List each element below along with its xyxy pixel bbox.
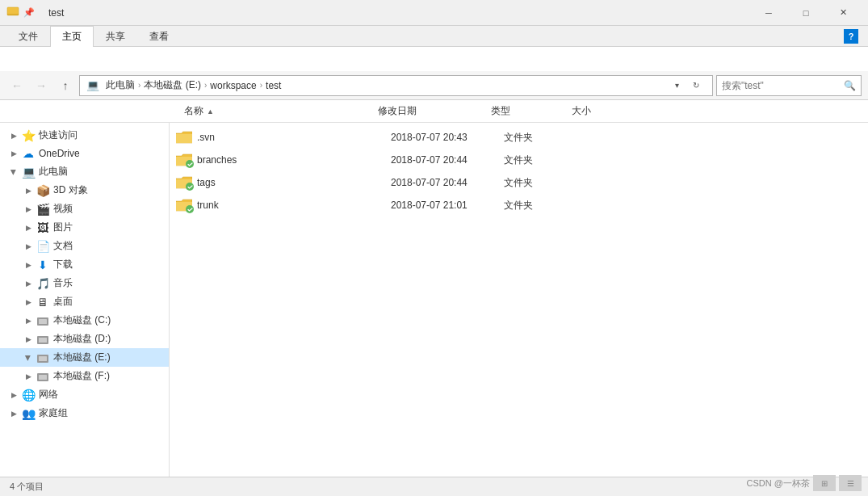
expand-network[interactable]: ▶ [6,391,21,399]
ribbon-tab-strip: 文件 主页 共享 查看 ? [0,26,868,47]
expand-quick-access[interactable]: ▶ [6,132,21,140]
title-bar-app-icons: 📌 [6,6,36,19]
expand-downloads[interactable]: ▶ [21,261,36,269]
expand-desktop[interactable]: ▶ [21,298,36,306]
sidebar-item-this-pc[interactable]: ▶ 💻 此电脑 [0,162,169,181]
watermark-text: CSDN @一杯茶 [747,477,810,490]
ribbon: 文件 主页 共享 查看 ? [0,26,868,71]
svg-rect-9 [39,375,47,380]
search-bar[interactable]: 🔍 [716,75,862,96]
col-header-modified[interactable]: 修改日期 [371,104,484,118]
expand-drive-f[interactable]: ▶ [21,372,36,380]
drive-c-icon [36,314,50,327]
tab-file[interactable]: 文件 [6,26,50,47]
quick-access-icon: ⭐ [21,129,36,142]
tab-view[interactable]: 查看 [137,26,181,47]
breadcrumb-test[interactable]: test [266,80,281,91]
breadcrumb: 💻 此电脑 › 本地磁盘 (E:) › workspace › test [86,78,667,92]
downloads-icon: ⬇ [36,259,50,271]
breadcrumb-workspace[interactable]: workspace [210,80,256,91]
expand-homegroup[interactable]: ▶ [6,410,21,418]
window-controls[interactable]: ─ □ ✕ [750,0,862,26]
search-input[interactable] [722,80,844,91]
close-button[interactable]: ✕ [824,0,862,26]
sidebar-item-drive-c[interactable]: ▶ 本地磁盘 (C:) [0,311,169,330]
app-icon [6,6,19,19]
minimize-button[interactable]: ─ [750,0,787,26]
col-header-name[interactable]: 名称 ▲ [178,104,371,118]
expand-this-pc[interactable]: ▶ [10,165,18,179]
file-item-tags[interactable]: tags 2018-07-07 20:44 文件夹 [170,171,868,194]
file-type-trunk: 文件夹 [504,199,585,212]
expand-video[interactable]: ▶ [21,205,36,213]
sidebar-item-documents[interactable]: ▶ 📄 文档 [0,237,169,255]
sidebar-item-video[interactable]: ▶ 🎬 视频 [0,200,169,218]
sidebar-item-drive-f[interactable]: ▶ 本地磁盘 (F:) [0,367,169,385]
drive-f-icon [36,370,50,383]
sidebar-label-onedrive: OneDrive [39,148,80,159]
expand-pictures[interactable]: ▶ [21,224,36,232]
svg-rect-1 [7,14,19,15]
expand-documents[interactable]: ▶ [21,242,36,250]
sidebar-item-drive-d[interactable]: ▶ 本地磁盘 (D:) [0,330,169,348]
sidebar-label-drive-f: 本地磁盘 (F:) [53,369,110,383]
sidebar-label-this-pc: 此电脑 [39,165,68,179]
folder-icon-tags [176,176,192,189]
sidebar-item-onedrive[interactable]: ▶ ☁ OneDrive [0,145,169,162]
this-pc-icon: 💻 [21,166,36,179]
expand-drive-c[interactable]: ▶ [21,317,36,325]
sidebar-item-quick-access[interactable]: ▶ ⭐ 快速访问 [0,126,169,145]
folder-icon-svn [176,131,192,144]
window-title: test [48,7,750,19]
breadcrumb-pc[interactable]: 此电脑 [106,78,135,92]
search-icon[interactable]: 🔍 [844,80,856,91]
network-icon: 🌐 [21,389,36,401]
ribbon-placeholder [10,57,19,61]
pin-icon: 📌 [23,6,36,19]
svg-rect-5 [39,338,47,343]
tab-share[interactable]: 共享 [94,26,137,47]
file-item-branches[interactable]: branches 2018-07-07 20:44 文件夹 [170,149,868,171]
address-refresh-button[interactable]: ↻ [686,76,706,95]
sidebar-item-homegroup[interactable]: ▶ 👥 家庭组 [0,404,169,422]
watermark: CSDN @一杯茶 ⊞ ☰ [747,475,862,491]
sidebar-label-drive-d: 本地磁盘 (D:) [53,332,111,346]
sidebar-label-network: 网络 [39,388,58,401]
breadcrumb-drive-e[interactable]: 本地磁盘 (E:) [144,78,201,92]
sidebar-item-3d-objects[interactable]: ▶ 📦 3D 对象 [0,181,169,200]
col-header-type[interactable]: 类型 [484,104,565,118]
address-bar[interactable]: 💻 此电脑 › 本地磁盘 (E:) › workspace › test ▾ ↻ [79,75,713,96]
sidebar-label-pictures: 图片 [53,221,73,234]
file-date-trunk: 2018-07-07 21:01 [391,200,504,211]
sidebar-item-network[interactable]: ▶ 🌐 网络 [0,385,169,404]
sidebar-item-music[interactable]: ▶ 🎵 音乐 [0,274,169,292]
file-name-svn: .svn [197,132,391,143]
up-button[interactable]: ↑ [55,75,76,96]
file-date-branches: 2018-07-07 20:44 [391,154,504,166]
maximize-button[interactable]: □ [787,0,824,26]
forward-button[interactable]: → [31,75,52,96]
back-button[interactable]: ← [6,75,27,96]
file-name-tags: tags [197,177,391,188]
sidebar-label-video: 视频 [53,202,73,216]
help-button[interactable]: ? [844,29,858,44]
sidebar-item-desktop[interactable]: ▶ 🖥 桌面 [0,292,169,311]
sidebar-item-downloads[interactable]: ▶ ⬇ 下载 [0,255,169,274]
address-dropdown-button[interactable]: ▾ [667,76,686,95]
file-item-trunk[interactable]: trunk 2018-07-07 21:01 文件夹 [170,194,868,216]
sidebar-label-desktop: 桌面 [53,295,73,309]
tab-home[interactable]: 主页 [50,26,94,47]
sidebar-item-drive-e[interactable]: ▶ 本地磁盘 (E:) [0,348,169,367]
file-item-svn[interactable]: .svn 2018-07-07 20:43 文件夹 [170,126,868,149]
3d-icon: 📦 [36,184,50,197]
svg-rect-7 [39,356,47,361]
ribbon-content [0,47,868,71]
expand-drive-e[interactable]: ▶ [24,351,32,365]
expand-3d[interactable]: ▶ [21,187,36,195]
col-header-size[interactable]: 大小 [565,104,630,118]
expand-drive-d[interactable]: ▶ [21,335,36,343]
expand-onedrive[interactable]: ▶ [6,149,21,158]
sidebar-label-documents: 文档 [53,239,73,253]
expand-music[interactable]: ▶ [21,280,36,288]
sidebar-item-pictures[interactable]: ▶ 🖼 图片 [0,218,169,237]
